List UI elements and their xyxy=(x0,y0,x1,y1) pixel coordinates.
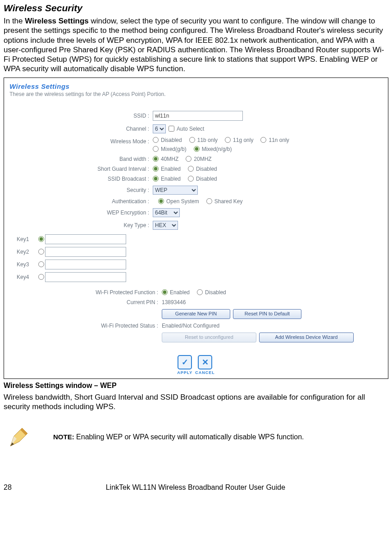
auth-label: Authentication : xyxy=(9,198,153,205)
sgi-opt-1: Disabled xyxy=(196,166,217,172)
mode-opt-3: 11n only xyxy=(269,137,289,143)
wifipf-radio-disabled[interactable] xyxy=(197,289,203,295)
auth-radio-shared[interactable] xyxy=(206,198,212,204)
note-body: Enabling WEP or WPA security will automa… xyxy=(74,433,304,441)
bw-radio-20[interactable] xyxy=(186,156,191,162)
wifistatus-label: Wi-Fi Protected Status : xyxy=(9,323,162,329)
key1-label: Key1 xyxy=(17,236,38,242)
wep-keys-block: Key1 Key2 Key3 Key4 xyxy=(17,234,383,282)
key2-radio[interactable] xyxy=(38,249,44,255)
bw-opt-1: 20MHZ xyxy=(194,156,211,162)
apply-icon[interactable]: ✓ xyxy=(178,355,192,369)
bw-radio-40[interactable] xyxy=(153,156,159,162)
cancel-label: CANCEL xyxy=(195,370,215,375)
apply-label: APPLY xyxy=(177,370,192,375)
mode-opt-2: 11g only xyxy=(233,137,253,143)
keytype-label: Key Type : xyxy=(9,222,153,228)
mode-radio-mixedgb[interactable] xyxy=(153,146,159,152)
footer-page-number: 28 xyxy=(4,483,12,492)
key4-label: Key4 xyxy=(17,274,38,280)
reset-pin-button[interactable]: Reset PIN to Default xyxy=(233,309,301,319)
key1-input[interactable] xyxy=(45,234,126,244)
key2-input[interactable] xyxy=(45,247,126,257)
channel-label: Channel : xyxy=(9,126,153,132)
sgi-radio-enabled[interactable] xyxy=(153,166,159,172)
wifipf-radio-enabled[interactable] xyxy=(162,289,168,295)
auto-select-label: Auto Select xyxy=(177,126,204,132)
broadcast-label: SSID Broadcast : xyxy=(9,176,153,182)
note-label: NOTE: xyxy=(53,433,74,441)
ssid-label: SSID : xyxy=(9,113,153,119)
page-footer: 28 LinkTek WL11N Wireless Broadband Rout… xyxy=(0,474,392,495)
mode-radio-mixedngb[interactable] xyxy=(194,146,200,152)
broadcast-radio-disabled[interactable] xyxy=(188,176,194,182)
key3-input[interactable] xyxy=(45,260,126,269)
mode-radio-11n[interactable] xyxy=(260,137,266,143)
key2-label: Key2 xyxy=(17,249,38,255)
pin-value: 13893446 xyxy=(162,299,186,305)
mode-opt-0: Disabled xyxy=(161,137,182,143)
section-heading: Wireless Security xyxy=(4,3,388,14)
mode-radio-disabled[interactable] xyxy=(153,137,159,143)
sgi-opt-0: Enabled xyxy=(161,166,181,172)
wifistatus-value: Enabled/Not Configured xyxy=(162,323,219,329)
mode-opt-4: Mixed(g/b) xyxy=(161,146,187,152)
panel-subtitle: These are the wireless settings for the … xyxy=(9,91,383,97)
mode-label: Wireless Mode : xyxy=(9,137,153,145)
auto-select-checkbox[interactable] xyxy=(169,126,174,132)
bw-opt-0: 40MHZ xyxy=(161,156,178,162)
mode-opt-5: Mixed(n/g/b) xyxy=(202,146,232,152)
wifipf-label: Wi-Fi Protected Function : xyxy=(9,289,162,296)
wepenc-select[interactable]: 64Bit xyxy=(153,208,180,217)
security-label: Security : xyxy=(9,187,153,193)
sgi-radio-disabled[interactable] xyxy=(188,166,194,172)
wifipf-opt-0: Enabled xyxy=(170,289,190,296)
keytype-select[interactable]: HEX xyxy=(153,221,178,230)
mode-radio-11b[interactable] xyxy=(189,137,195,143)
bandwidth-label: Band width : xyxy=(9,156,153,162)
key3-label: Key3 xyxy=(17,261,38,268)
generate-pin-button[interactable]: Generate New PIN xyxy=(162,309,230,319)
footer-guide-title: LinkTek WL11N Wireless Broadband Router … xyxy=(106,483,285,492)
wifipf-opt-1: Disabled xyxy=(205,289,226,296)
broadcast-opt-0: Enabled xyxy=(161,176,181,182)
intro-paragraph: In the Wireless Settings window, select … xyxy=(4,16,388,74)
key4-input[interactable] xyxy=(45,272,126,282)
broadcast-opt-1: Disabled xyxy=(196,176,217,182)
intro-text-before: In the xyxy=(4,17,25,25)
reset-unconfigured-button: Reset to unconfigured xyxy=(162,333,256,342)
auth-opt-0: Open System xyxy=(166,198,199,205)
auth-radio-open[interactable] xyxy=(158,198,164,204)
post-caption-paragraph: Wireless bandwidth, Short Guard Interval… xyxy=(4,392,388,412)
channel-select[interactable]: 6 xyxy=(153,124,166,133)
auth-opt-1: Shared Key xyxy=(214,198,243,205)
pin-label: Current PIN : xyxy=(9,299,162,305)
intro-bold: Wireless Settings xyxy=(25,17,89,25)
pencil-icon xyxy=(4,421,35,453)
panel-title: Wireless Settings xyxy=(9,82,383,90)
wepenc-label: WEP Encryption : xyxy=(9,210,153,216)
key4-radio[interactable] xyxy=(38,274,44,280)
screenshot-frame: Wireless Settings These are the wireless… xyxy=(4,77,388,379)
wireless-settings-panel: Wireless Settings These are the wireless… xyxy=(5,79,387,378)
mode-opt-1: 11b only xyxy=(197,137,218,143)
broadcast-radio-enabled[interactable] xyxy=(153,176,159,182)
figure-caption: Wireless Settings window – WEP xyxy=(4,382,388,390)
key1-radio[interactable] xyxy=(38,236,44,242)
cancel-icon[interactable]: ✕ xyxy=(198,355,212,369)
apply-cancel-block: ✓ APPLY ✕ CANCEL xyxy=(9,355,383,375)
add-wireless-wizard-button[interactable]: Add Wireless Device Wizard xyxy=(259,333,354,342)
sgi-label: Short Guard Interval : xyxy=(9,166,153,172)
key3-radio[interactable] xyxy=(38,261,44,267)
mode-radio-11g[interactable] xyxy=(225,137,231,143)
ssid-input[interactable] xyxy=(153,111,243,121)
security-select[interactable]: WEP xyxy=(153,186,198,195)
note-text: NOTE: Enabling WEP or WPA security will … xyxy=(53,433,304,441)
note-row: NOTE: Enabling WEP or WPA security will … xyxy=(4,421,388,453)
